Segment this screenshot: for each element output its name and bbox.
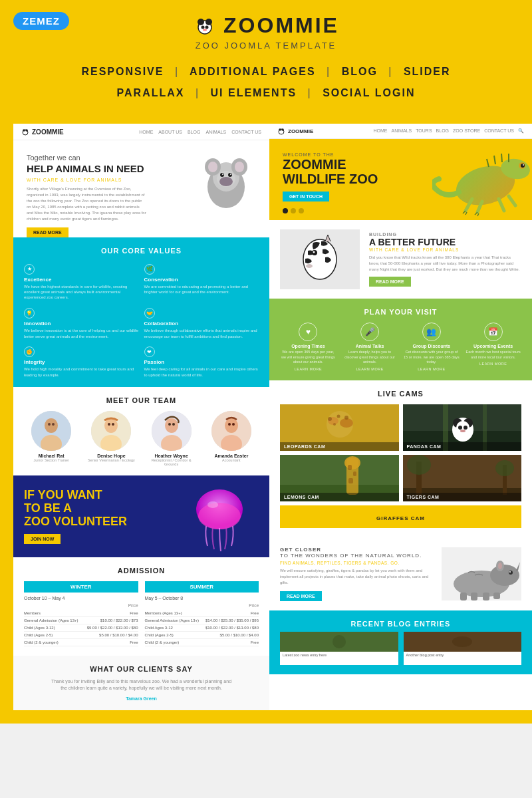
member-role-1: Junior Section Trainer [24,458,78,462]
dot-3[interactable] [299,208,304,213]
plan-discounts: 👥 Group Discounts Get discounts with you… [404,323,460,371]
avatar-michael [31,411,71,451]
koala-image [190,147,263,213]
svg-point-56 [313,251,315,253]
member-role-4: Accountant [204,458,259,462]
right-nav-links: HOME ANIMALS TOURS BLOG ZOO STORE CONTAC… [373,128,524,134]
svg-point-25 [52,423,55,426]
building-read-more-button[interactable]: READ MORE [369,277,411,287]
value-passion: ❤ Passion We feel deep caring for all an… [144,344,259,378]
preview-container: ZOOMMIE HOME ABOUT US BLOG ANIMALS CONTA… [0,124,532,724]
get-closer-subtitle: TO THE WONDERS OF THE NATURAL WORLD. [280,553,432,559]
svg-point-102 [332,635,346,648]
hero-right: WELCOME TO THE ZOOMMIE WILDLIFE ZOO GET … [269,139,532,220]
animal-talks-icon: 🎤 [360,323,379,341]
opening-times-icon: ♥ [299,323,317,341]
get-closer-section: GET CLOSER TO THE WONDERS OF THE NATURAL… [269,537,532,610]
hero-read-more-button[interactable]: READ MORE [27,227,68,237]
testimonial-section: WHAT OUR CLIENTS SAY Thank you for invit… [13,656,269,710]
iguana-image [432,139,532,219]
nav-bar-right: ZOOMMIE HOME ANIMALS TOURS BLOG ZOO STOR… [269,124,532,139]
value-innovation: 💡 Innovation We believe innovation is at… [24,306,139,339]
tigers-cam-label: TIGERS CAM [403,493,522,501]
svg-point-39 [228,423,231,426]
core-values-title: OUR CORE VALUES [24,247,259,255]
cam-tigers[interactable]: TIGERS CAM [403,455,522,501]
feature-slider: SLIDER [404,66,451,77]
get-closer-body: We will ensure satisfying, giraffes, tig… [280,568,432,586]
dot-2[interactable] [291,208,296,213]
svg-point-95 [509,571,513,575]
svg-rect-83 [348,478,353,483]
summer-header: Price [145,603,259,608]
brand-icon [193,14,217,38]
svg-rect-100 [493,593,500,599]
volunteer-join-button[interactable]: JOIN NOW [24,534,61,544]
pandas-cam-label: PANDAS CAM [403,442,522,451]
svg-point-42 [198,503,241,529]
building-section: BUILDING A BETTER FUTURE WITH CARE & LOV… [269,220,532,299]
svg-rect-97 [460,593,467,600]
get-in-touch-button[interactable]: GET IN TOUCH [283,192,329,201]
building-title: A BETTER FUTURE [369,237,521,248]
summer-row-2: Child Ages 3-12$10.00 / $22.00 / $13.00 … [145,624,259,632]
admission-winter: WINTER October 10 – May 4 Price MembersF… [24,581,138,646]
leopards-cam-label: LEOPARDS CAM [280,442,399,451]
cam-lemons[interactable]: LEMONS CAM [280,455,399,501]
svg-point-24 [48,423,51,426]
testimonial-text: Thank you for inviting Billy and to this… [49,678,235,692]
avatar-amanda [211,411,251,451]
feature-pages: ADDITIONAL PAGES [190,66,316,77]
building-eyebrow: BUILDING [369,232,521,237]
get-closer-text: GET CLOSER TO THE WONDERS OF THE NATURAL… [280,547,432,601]
svg-point-4 [205,25,209,29]
giraffes-cam-banner[interactable]: GIRAFFES CAM [280,505,521,528]
winter-row-1: General Admission (Ages 13+)$10.00 / $22… [24,617,138,624]
team-member-1: Michael Rat Junior Section Trainer [24,411,78,466]
testimonial-title: WHAT OUR CLIENTS SAY [24,665,259,673]
cam-pandas[interactable]: PANDAS CAM [403,404,522,451]
slider-dots [283,208,416,220]
brand-title-row: ZOOMMIE [20,13,512,38]
svg-point-7 [23,129,25,132]
recent-blog-title: RECENT BLOG ENTRIES [280,620,521,628]
values-grid: ★ Excellence We have the highest standar… [24,261,259,378]
team-member-3: Heather Wayne Receptionist / Corridor & … [144,411,199,466]
svg-point-16 [219,177,233,186]
zoo-title: ZOOMMIE WILDLIFE ZOO [283,157,416,186]
svg-point-50 [521,164,525,168]
volunteer-text: IF YOU WANT TO BE A ZOO VOLUNTEER JOIN N… [24,489,127,543]
winter-row-2: Child (Ages 3-12)$9.00 / $22.00 / $13.00… [24,624,138,632]
svg-point-89 [495,460,514,476]
value-collaboration: 🤝 Collaboration We believe through colla… [144,306,259,339]
get-closer-tagline: FIND ANIMALS, REPTILES, TIGERS & PANDAS.… [280,561,432,565]
admission-columns: WINTER October 10 – May 4 Price MembersF… [24,581,259,646]
svg-point-17 [220,173,224,177]
avatar-heather [152,411,192,451]
member-name-4: Amanda Easter [204,454,259,458]
hero-body: Shortly after Village's Financing at the… [27,186,146,222]
cam-leopards[interactable]: LEOPARDS CAM [280,404,399,451]
jellyfish-image [176,475,263,557]
summer-date: May 5 – October 8 [145,596,259,600]
blog-post-1[interactable]: Latest zoo news entry here [280,632,398,665]
summer-row-3: Child (Ages 2-5)$5.00 / $10.00 / $4.00 [145,632,259,639]
rhino-image [442,547,521,600]
blog-post-2[interactable]: Another blog post entry [404,632,522,665]
svg-point-8 [25,129,28,132]
svg-point-22 [45,418,58,433]
svg-point-32 [165,418,178,433]
get-closer-read-more-button[interactable]: READ MORE [280,591,322,601]
plan-opening: ♥ Opening Times We are open 365 days per… [280,323,336,371]
svg-point-37 [225,418,238,433]
feature-parallax: PARALLAX [117,87,185,98]
integrity-icon: ✊ [24,346,35,357]
svg-point-40 [232,423,235,426]
zemez-logo[interactable]: ZEMEZ [13,12,69,30]
svg-point-75 [464,426,467,430]
value-integrity: ✊ Integrity We hold high morality and co… [24,344,139,378]
passion-icon: ❤ [144,346,155,357]
building-body: Did you know that Wild tracks know all t… [369,255,521,273]
dot-1[interactable] [283,208,288,213]
recent-blog-section: RECENT BLOG ENTRIES Latest zoo news entr… [269,610,532,674]
